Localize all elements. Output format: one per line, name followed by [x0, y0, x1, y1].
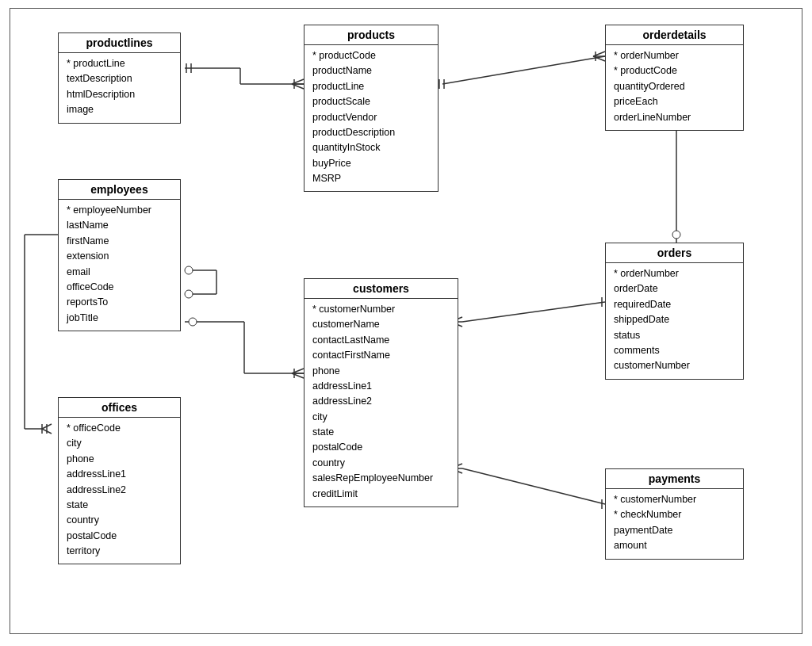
table-customers-header: customers: [304, 279, 458, 299]
table-offices: offices * officeCode city phone addressL…: [58, 397, 181, 564]
svg-line-49: [462, 468, 605, 504]
svg-point-17: [672, 231, 680, 239]
svg-line-5: [292, 79, 304, 84]
svg-line-12: [593, 52, 605, 56]
table-orderdetails-fields: * orderNumber * productCode quantityOrde…: [606, 45, 743, 130]
table-offices-header: offices: [59, 398, 180, 418]
svg-point-37: [189, 318, 197, 326]
table-orders: orders * orderNumber orderDate requiredD…: [605, 243, 744, 380]
table-orders-fields: * orderNumber orderDate requiredDate shi…: [606, 263, 743, 379]
svg-line-31: [42, 429, 52, 434]
svg-line-6: [292, 84, 304, 89]
table-productlines: productlines * productLine textDescripti…: [58, 32, 181, 124]
table-offices-fields: * officeCode city phone addressLine1 add…: [59, 418, 180, 564]
table-employees-fields: * employeeNumber lastName firstName exte…: [59, 200, 180, 331]
table-payments: payments * customerNumber * checkNumber …: [605, 468, 744, 560]
svg-line-42: [462, 302, 605, 322]
table-orderdetails-header: orderdetails: [606, 25, 743, 45]
svg-point-24: [185, 290, 193, 298]
table-payments-header: payments: [606, 469, 743, 489]
table-customers: customers * customerNumber customerName …: [304, 278, 458, 507]
table-customers-fields: * customerNumber customerName contactLas…: [304, 299, 458, 506]
table-orders-header: orders: [606, 243, 743, 263]
svg-line-9: [442, 56, 605, 84]
svg-line-13: [593, 56, 605, 61]
table-employees-header: employees: [59, 180, 180, 200]
svg-line-38: [292, 369, 304, 373]
table-products: products * productCode productName produ…: [304, 25, 439, 192]
svg-point-23: [185, 266, 193, 274]
table-employees: employees * employeeNumber lastName firs…: [58, 179, 181, 331]
svg-line-30: [42, 424, 52, 429]
table-orderdetails: orderdetails * orderNumber * productCode…: [605, 25, 744, 131]
svg-line-39: [292, 373, 304, 378]
table-products-fields: * productCode productName productLine pr…: [304, 45, 438, 191]
table-payments-fields: * customerNumber * checkNumber paymentDa…: [606, 489, 743, 559]
diagram-container: productlines * productLine textDescripti…: [10, 8, 802, 634]
table-products-header: products: [304, 25, 438, 45]
table-productlines-header: productlines: [59, 33, 180, 53]
table-productlines-fields: * productLine textDescription htmlDescri…: [59, 53, 180, 123]
